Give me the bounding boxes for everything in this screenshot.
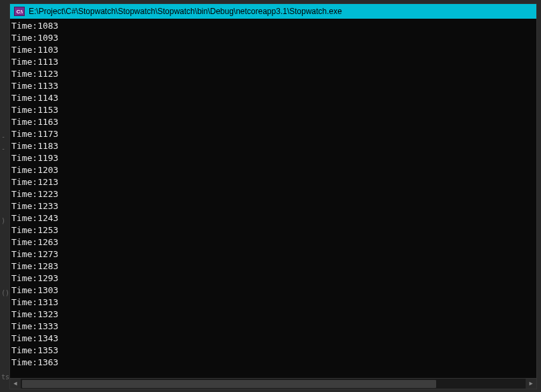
editor-gutter: --)()ts <box>0 18 9 392</box>
console-line: Time:1223 <box>11 188 536 200</box>
scrollbar-thumb[interactable] <box>22 380 436 388</box>
scroll-left-arrow[interactable]: ◄ <box>10 379 21 389</box>
console-line: Time:1343 <box>11 333 536 345</box>
console-line: Time:1103 <box>11 44 536 56</box>
console-line: Time:1113 <box>11 56 536 68</box>
console-line: Time:1353 <box>11 345 536 357</box>
gutter-mark: - <box>1 133 5 140</box>
console-line: Time:1163 <box>11 116 536 128</box>
scroll-right-arrow[interactable]: ► <box>526 379 536 389</box>
console-line: Time:1203 <box>11 164 536 176</box>
console-line: Time:1313 <box>11 297 536 309</box>
console-line: Time:1363 <box>11 357 536 369</box>
console-line: Time:1083 <box>11 20 536 32</box>
titlebar[interactable]: C:\ E:\Project\C#\Stopwatch\Stopwatch\St… <box>10 4 536 19</box>
horizontal-scrollbar[interactable]: ◄ ► <box>10 378 536 389</box>
console-output[interactable]: Time:1083Time:1093Time:1103Time:1113Time… <box>10 19 536 389</box>
gutter-mark: ts <box>1 373 9 381</box>
console-line: Time:1153 <box>11 104 536 116</box>
console-line: Time:1323 <box>11 309 536 321</box>
console-line: Time:1273 <box>11 248 536 260</box>
console-line: Time:1143 <box>11 92 536 104</box>
app-icon: C:\ <box>14 7 25 16</box>
console-line: Time:1133 <box>11 80 536 92</box>
console-line: Time:1243 <box>11 212 536 224</box>
console-line: Time:1303 <box>11 284 536 297</box>
window-title: E:\Project\C#\Stopwatch\Stopwatch\Stopwa… <box>29 7 342 16</box>
console-line: Time:1233 <box>11 200 536 212</box>
console-window: C:\ E:\Project\C#\Stopwatch\Stopwatch\St… <box>9 3 537 389</box>
console-line: Time:1173 <box>11 128 536 140</box>
gutter-mark: () <box>1 289 9 297</box>
console-line: Time:1123 <box>11 68 536 80</box>
console-line: Time:1253 <box>11 224 536 236</box>
console-line: Time:1093 <box>11 32 536 44</box>
console-line: Time:1333 <box>11 321 536 333</box>
console-line: Time:1183 <box>11 140 536 152</box>
console-line: Time:1193 <box>11 152 536 164</box>
gutter-mark: - <box>1 145 5 152</box>
console-line: Time:1283 <box>11 260 536 272</box>
console-line: Time:1293 <box>11 272 536 284</box>
gutter-mark: ) <box>1 217 5 224</box>
console-line: Time:1263 <box>11 236 536 248</box>
console-line: Time:1213 <box>11 176 536 188</box>
